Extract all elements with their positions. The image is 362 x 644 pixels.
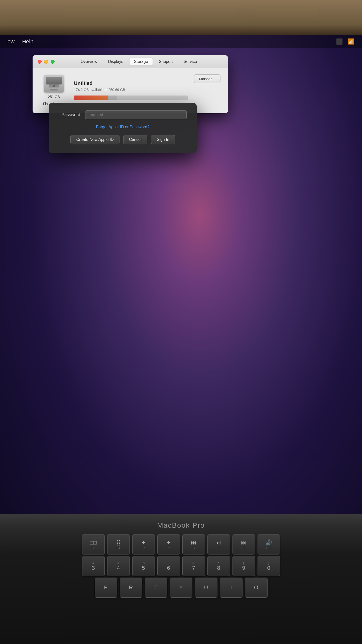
key-o[interactable]: O bbox=[245, 578, 268, 598]
maximize-button[interactable] bbox=[51, 60, 55, 64]
key-e[interactable]: E bbox=[95, 578, 117, 598]
manage-button[interactable]: Manage... bbox=[194, 74, 220, 83]
window-tabs: Overview Displays Storage Support Servic… bbox=[55, 58, 223, 66]
storage-bar bbox=[74, 96, 188, 100]
menubar-right: ⬛ 📶 bbox=[336, 38, 354, 45]
create-apple-id-button[interactable]: Create New Apple ID bbox=[70, 135, 119, 144]
menu-item-window[interactable]: ow bbox=[8, 38, 15, 45]
storage-bar-other bbox=[108, 96, 117, 100]
tab-displays[interactable]: Displays bbox=[103, 58, 128, 66]
airplay-icon[interactable]: ⬛ bbox=[336, 38, 343, 45]
password-input[interactable] bbox=[85, 110, 187, 119]
storage-subtitle: 174.2 GB available of 250.69 GB bbox=[74, 88, 188, 92]
key-f9[interactable]: ⏭F9 bbox=[232, 534, 255, 555]
key-4[interactable]: $4 bbox=[107, 556, 130, 576]
wifi-icon[interactable]: 📶 bbox=[348, 38, 354, 45]
sign-in-button[interactable]: Sign In bbox=[151, 135, 175, 144]
storage-title: Untitled bbox=[74, 80, 188, 86]
macbook-label: MacBook Pro bbox=[157, 521, 205, 529]
storage-info: Untitled 174.2 GB available of 250.69 GB bbox=[74, 80, 188, 101]
svg-point-3 bbox=[53, 85, 54, 86]
key-0[interactable]: )0 bbox=[258, 556, 280, 576]
key-6[interactable]: ^6 bbox=[157, 556, 180, 576]
window-titlebar: Overview Displays Storage Support Servic… bbox=[33, 55, 228, 68]
key-f8[interactable]: ⏯F8 bbox=[207, 534, 230, 555]
key-f10[interactable]: 🔊F10 bbox=[258, 534, 280, 555]
top-bezel bbox=[0, 0, 362, 35]
password-row: Password: bbox=[59, 110, 187, 119]
key-8[interactable]: *8 bbox=[207, 556, 230, 576]
drive-icon bbox=[44, 75, 64, 93]
key-3[interactable]: #3 bbox=[82, 556, 105, 576]
keyboard: □□F3 ⣿F4 ✦F5 ✦F6 ⏮F7 ⏯F8 ⏭F9 🔊F10 #3 $4 … bbox=[0, 529, 362, 603]
key-i[interactable]: I bbox=[220, 578, 243, 598]
screen: ow Help ⬛ 📶 Overview Displays Storage bbox=[0, 35, 362, 549]
cancel-button[interactable]: Cancel bbox=[123, 135, 147, 144]
key-f5[interactable]: ✦F5 bbox=[132, 534, 155, 555]
tab-service[interactable]: Service bbox=[179, 58, 202, 66]
storage-bar-used bbox=[74, 96, 108, 100]
key-y[interactable]: Y bbox=[170, 578, 192, 598]
forgot-link[interactable]: Forgot Apple ID or Password? bbox=[59, 125, 187, 129]
key-u[interactable]: U bbox=[195, 578, 217, 598]
letter-key-row: E R T Y U I O bbox=[95, 578, 268, 598]
tab-overview[interactable]: Overview bbox=[76, 58, 102, 66]
key-f7[interactable]: ⏮F7 bbox=[182, 534, 205, 555]
fn-key-row: □□F3 ⣿F4 ✦F5 ✦F6 ⏮F7 ⏯F8 ⏭F9 🔊F10 bbox=[82, 534, 280, 555]
drive-svg bbox=[48, 77, 60, 90]
tab-storage[interactable]: Storage bbox=[129, 58, 153, 66]
drive-icon-container: 251 GB Flash Storage bbox=[40, 75, 68, 106]
macbook-bottom: MacBook Pro □□F3 ⣿F4 ✦F5 ✦F6 ⏮F7 ⏯F8 ⏭F9… bbox=[0, 514, 362, 644]
key-r[interactable]: R bbox=[120, 578, 142, 598]
menubar: ow Help ⬛ 📶 bbox=[0, 35, 362, 48]
password-label: Password: bbox=[59, 112, 81, 117]
key-7[interactable]: &7 bbox=[182, 556, 205, 576]
svg-rect-1 bbox=[50, 79, 58, 84]
key-9[interactable]: (9 bbox=[232, 556, 255, 576]
key-f6[interactable]: ✦F6 bbox=[157, 534, 180, 555]
close-button[interactable] bbox=[38, 60, 42, 64]
key-f4[interactable]: ⣿F4 bbox=[107, 534, 130, 555]
signin-buttons: Create New Apple ID Cancel Sign In bbox=[59, 135, 187, 144]
desktop: ow Help ⬛ 📶 Overview Displays Storage bbox=[0, 0, 362, 644]
key-t[interactable]: T bbox=[145, 578, 167, 598]
key-5[interactable]: %5 bbox=[132, 556, 155, 576]
number-key-row: #3 $4 %5 ^6 &7 *8 (9 )0 bbox=[82, 556, 280, 576]
traffic-lights bbox=[38, 60, 55, 64]
key-f3[interactable]: □□F3 bbox=[82, 534, 105, 555]
signin-dialog: Password: Forgot Apple ID or Password? C… bbox=[49, 103, 197, 153]
tab-support[interactable]: Support bbox=[154, 58, 178, 66]
menu-item-help[interactable]: Help bbox=[22, 38, 33, 45]
drive-size-label: 251 GB bbox=[48, 95, 60, 100]
minimize-button[interactable] bbox=[44, 60, 48, 64]
